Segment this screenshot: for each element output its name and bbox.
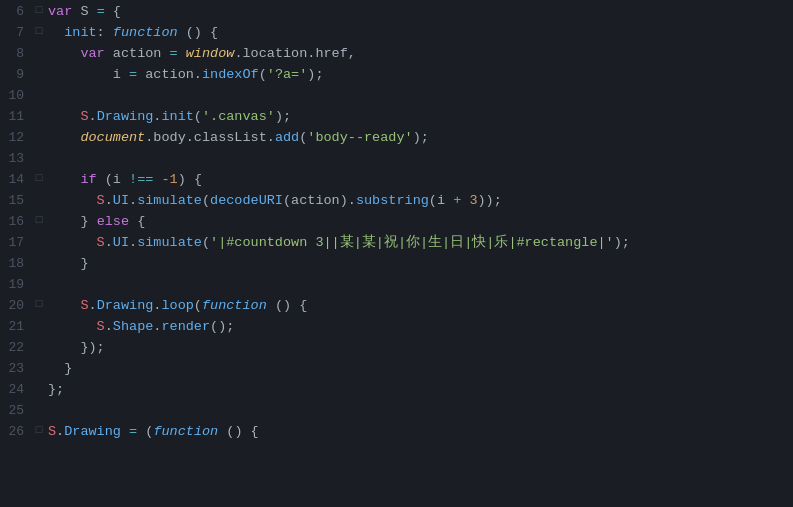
line-content-14: if (i !== -1) { (46, 170, 793, 191)
code-line-19: 19 (0, 275, 793, 296)
fold-16[interactable]: □ (32, 212, 46, 229)
line-num-23: 23 (0, 359, 32, 379)
code-editor: 6 □ var S = { 7 □ init: function () { 8 … (0, 0, 793, 507)
code-line-14: 14 □ if (i !== -1) { (0, 170, 793, 191)
line-num-7: 7 (0, 23, 32, 43)
line-num-26: 26 (0, 422, 32, 442)
line-num-13: 13 (0, 149, 32, 169)
line-content-11: S.Drawing.init('.canvas'); (46, 107, 793, 128)
line-content-24: }; (46, 380, 793, 401)
code-line-26: 26 □ S.Drawing = (function () { (0, 422, 793, 443)
line-num-16: 16 (0, 212, 32, 232)
code-line-16: 16 □ } else { (0, 212, 793, 233)
line-content-16: } else { (46, 212, 793, 233)
line-num-20: 20 (0, 296, 32, 316)
line-content-20: S.Drawing.loop(function () { (46, 296, 793, 317)
fold-20[interactable]: □ (32, 296, 46, 313)
code-line-9: 9 i = action.indexOf('?a='); (0, 65, 793, 86)
code-line-7: 7 □ init: function () { (0, 23, 793, 44)
line-num-18: 18 (0, 254, 32, 274)
line-num-19: 19 (0, 275, 32, 295)
bottom-fade (0, 477, 793, 507)
line-num-21: 21 (0, 317, 32, 337)
code-line-11: 11 S.Drawing.init('.canvas'); (0, 107, 793, 128)
code-line-20: 20 □ S.Drawing.loop(function () { (0, 296, 793, 317)
code-line-17: 17 S.UI.simulate('|#countdown 3||某|某|祝|你… (0, 233, 793, 254)
line-content-19 (46, 275, 793, 296)
line-content-25 (46, 401, 793, 422)
line-num-24: 24 (0, 380, 32, 400)
code-line-23: 23 } (0, 359, 793, 380)
line-num-17: 17 (0, 233, 32, 253)
line-content-15: S.UI.simulate(decodeURI(action).substrin… (46, 191, 793, 212)
line-content-23: } (46, 359, 793, 380)
line-content-26: S.Drawing = (function () { (46, 422, 793, 443)
fold-26[interactable]: □ (32, 422, 46, 439)
code-line-21: 21 S.Shape.render(); (0, 317, 793, 338)
line-content-22: }); (46, 338, 793, 359)
line-content-8: var action = window.location.href, (46, 44, 793, 65)
line-num-6: 6 (0, 2, 32, 22)
line-num-15: 15 (0, 191, 32, 211)
code-line-12: 12 document.body.classList.add('body--re… (0, 128, 793, 149)
line-content-13 (46, 149, 793, 170)
code-line-8: 8 var action = window.location.href, (0, 44, 793, 65)
line-content-12: document.body.classList.add('body--ready… (46, 128, 793, 149)
fold-14[interactable]: □ (32, 170, 46, 187)
code-line-18: 18 } (0, 254, 793, 275)
line-content-9: i = action.indexOf('?a='); (46, 65, 793, 86)
line-content-18: } (46, 254, 793, 275)
line-content-21: S.Shape.render(); (46, 317, 793, 338)
line-num-14: 14 (0, 170, 32, 190)
line-num-25: 25 (0, 401, 32, 421)
line-num-12: 12 (0, 128, 32, 148)
line-content-6: var S = { (46, 2, 793, 23)
code-line-6: 6 □ var S = { (0, 2, 793, 23)
code-line-22: 22 }); (0, 338, 793, 359)
line-content-7: init: function () { (46, 23, 793, 44)
code-line-13: 13 (0, 149, 793, 170)
line-num-9: 9 (0, 65, 32, 85)
line-num-10: 10 (0, 86, 32, 106)
line-num-8: 8 (0, 44, 32, 64)
code-line-24: 24 }; (0, 380, 793, 401)
code-line-15: 15 S.UI.simulate(decodeURI(action).subst… (0, 191, 793, 212)
line-num-11: 11 (0, 107, 32, 127)
line-content-17: S.UI.simulate('|#countdown 3||某|某|祝|你|生|… (46, 233, 793, 254)
line-content-10 (46, 86, 793, 107)
line-num-22: 22 (0, 338, 32, 358)
code-line-10: 10 (0, 86, 793, 107)
fold-7[interactable]: □ (32, 23, 46, 40)
code-line-25: 25 (0, 401, 793, 422)
fold-6[interactable]: □ (32, 2, 46, 19)
